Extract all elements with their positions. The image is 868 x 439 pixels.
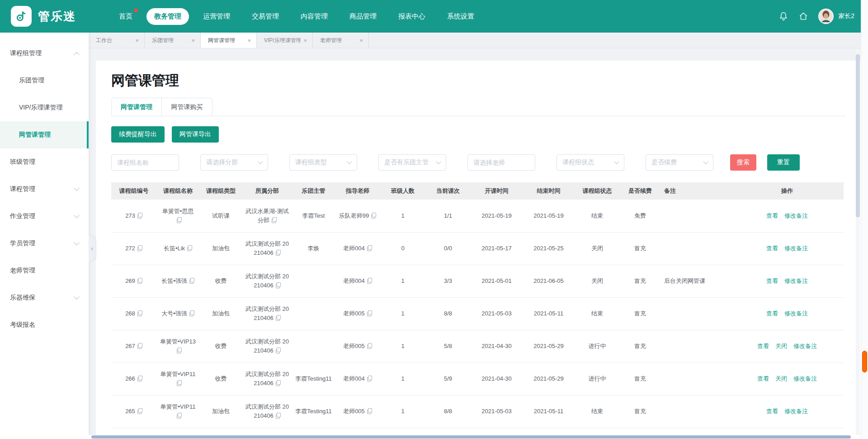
action-link[interactable]: 修改备注 [784,245,808,252]
nav-item[interactable]: 首页 [111,8,140,25]
nav-item[interactable]: 报表中心 [391,8,433,25]
sidebar-item[interactable]: 课程组管理 [0,40,89,67]
copy-icon[interactable] [276,348,281,353]
nav-item[interactable]: 交易管理 [244,8,287,25]
browser-vertical-scrollbar-thumb[interactable] [862,351,867,372]
browser-vertical-scrollbar[interactable] [861,0,868,439]
search-button[interactable]: 搜索 [730,154,756,171]
nav-item[interactable]: 内容管理 [293,8,335,25]
copy-icon[interactable] [189,278,194,284]
sidebar-collapse-handle[interactable]: ‹ [89,236,95,261]
copy-icon[interactable] [276,380,281,386]
action-link[interactable]: 关闭 [775,343,787,349]
window-tab[interactable]: 网管课管理× [201,33,257,48]
copy-icon[interactable] [137,213,142,219]
inner-vertical-scrollbar[interactable] [856,49,860,435]
copy-icon[interactable] [276,282,281,288]
window-tab[interactable]: VIP/乐理课管理× [257,33,313,48]
copy-icon[interactable] [189,310,194,316]
filter-input[interactable] [117,159,173,166]
sidebar-item[interactable]: 班级管理 [0,148,89,176]
sidebar-item[interactable]: 老师管理 [0,257,89,284]
avatar[interactable] [818,9,834,24]
nav-item[interactable]: 系统设置 [439,8,482,25]
nav-item[interactable]: 运营管理 [195,8,238,25]
action-link[interactable]: 修改备注 [784,277,808,284]
close-icon[interactable]: × [191,37,195,44]
close-icon[interactable]: × [135,37,139,44]
copy-icon[interactable] [371,213,376,219]
close-icon[interactable]: × [303,37,307,44]
filter-field[interactable] [467,154,535,171]
filter-field[interactable] [111,154,179,171]
horizontal-scrollbar[interactable] [89,435,861,439]
filter-select[interactable]: 课程组状态 [557,154,624,171]
copy-icon[interactable] [276,250,281,256]
close-icon[interactable]: × [359,37,363,44]
page-tab[interactable]: 网管课购买 [162,98,212,116]
sidebar-item[interactable]: 学员管理 [0,230,89,257]
action-link[interactable]: 关闭 [775,375,787,382]
sidebar-item[interactable]: 作业管理 [0,203,89,230]
export-button[interactable]: 网管课导出 [172,126,219,143]
action-link[interactable]: 查看 [766,245,778,252]
sidebar-item[interactable]: 乐器维保 [0,284,89,311]
horizontal-scrollbar-thumb[interactable] [91,435,851,439]
action-link[interactable]: 修改备注 [784,212,808,219]
sidebar-item[interactable]: 乐团管理 [0,67,89,94]
copy-icon[interactable] [177,348,182,353]
copy-icon[interactable] [367,408,372,414]
copy-icon[interactable] [367,343,372,349]
user-name[interactable]: 家长2 [838,12,854,20]
copy-icon[interactable] [276,315,281,321]
filter-select[interactable]: 是否续费 [646,154,713,171]
nav-item[interactable]: 教务管理 [146,8,189,25]
filter-select[interactable]: 是否有乐团主管 [378,154,446,171]
filter-input[interactable] [473,159,529,166]
reset-button[interactable]: 重置 [767,154,800,171]
window-tab[interactable]: 乐团管理× [145,33,201,48]
copy-icon[interactable] [367,278,372,284]
copy-icon[interactable] [137,245,142,251]
window-tab[interactable]: 工作台× [89,33,145,48]
action-link[interactable]: 修改备注 [793,375,817,382]
copy-icon[interactable] [137,343,142,349]
action-link[interactable]: 修改备注 [784,310,808,317]
action-link[interactable]: 查看 [766,408,778,415]
copy-icon[interactable] [276,413,281,419]
sidebar-item[interactable]: 课程管理 [0,176,89,203]
copy-icon[interactable] [367,376,372,382]
home-icon[interactable] [798,11,808,21]
filter-select[interactable]: 请选择分部 [200,154,268,171]
bell-icon[interactable] [778,11,788,21]
copy-icon[interactable] [367,245,372,251]
action-link[interactable]: 查看 [757,343,769,349]
sidebar-item[interactable]: 考级报名 [0,311,89,339]
window-tab[interactable]: 老师管理× [313,33,369,48]
copy-icon[interactable] [137,408,142,414]
export-button[interactable]: 续费提醒导出 [111,126,165,143]
action-link[interactable]: 查看 [766,310,778,317]
action-link[interactable]: 查看 [766,277,778,284]
copy-icon[interactable] [177,380,182,386]
inner-vertical-scrollbar-thumb[interactable] [856,54,860,217]
sidebar-item[interactable]: 网管课管理 [0,121,89,148]
action-link[interactable]: 修改备注 [784,408,808,415]
action-link[interactable]: 查看 [757,375,769,382]
action-link[interactable]: 修改备注 [793,343,817,349]
action-link[interactable]: 查看 [766,212,778,219]
filter-select[interactable]: 课程组类型 [289,154,357,171]
copy-icon[interactable] [187,245,192,251]
copy-icon[interactable] [137,376,142,382]
app-logo[interactable] [11,6,32,27]
copy-icon[interactable] [137,310,142,316]
copy-icon[interactable] [177,217,182,223]
close-icon[interactable]: × [247,37,251,44]
nav-item[interactable]: 商品管理 [342,8,384,25]
sidebar-item[interactable]: VIP/乐理课管理 [0,94,89,121]
copy-icon[interactable] [367,310,372,316]
copy-icon[interactable] [272,217,277,223]
copy-icon[interactable] [177,413,182,419]
page-tab[interactable]: 网管课管理 [111,98,162,116]
copy-icon[interactable] [137,278,142,284]
